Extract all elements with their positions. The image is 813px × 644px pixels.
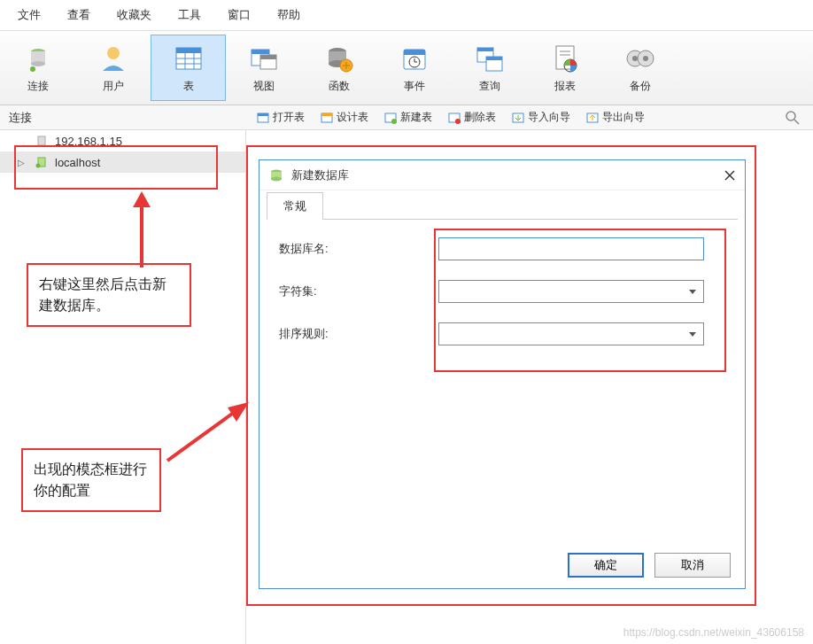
- svg-point-43: [455, 119, 461, 124]
- tab-general[interactable]: 常规: [267, 192, 323, 220]
- collation-select[interactable]: [438, 322, 704, 345]
- export-wizard-action[interactable]: 导出向导: [586, 110, 645, 125]
- svg-rect-27: [486, 57, 502, 60]
- tree-item-server[interactable]: 192.168.1.15: [0, 130, 245, 151]
- menu-favorites[interactable]: 收藏夹: [117, 7, 151, 23]
- dialog-body: 数据库名: 字符集: 排序规则:: [259, 220, 745, 383]
- charset-label: 字符集:: [279, 283, 438, 299]
- table-button[interactable]: 表: [151, 35, 226, 101]
- close-icon[interactable]: [724, 169, 736, 182]
- dialog-titlebar: 新建数据库: [259, 160, 745, 190]
- svg-point-33: [632, 56, 638, 61]
- open-table-icon: [257, 112, 269, 124]
- query-label: 查询: [479, 79, 500, 94]
- connection-tree: 192.168.1.15 ▷ localhost: [0, 130, 246, 644]
- menu-view[interactable]: 查看: [67, 7, 90, 23]
- svg-rect-6: [176, 48, 201, 53]
- svg-point-4: [107, 47, 120, 59]
- user-button[interactable]: 用户: [75, 35, 151, 101]
- view-button[interactable]: 视图: [226, 35, 301, 101]
- svg-point-50: [36, 164, 41, 168]
- report-button[interactable]: 报表: [527, 35, 602, 101]
- user-icon: [97, 43, 129, 74]
- connect-label: 连接: [27, 79, 49, 94]
- ok-button[interactable]: 确定: [568, 553, 644, 578]
- tree-item-localhost[interactable]: ▷ localhost: [0, 151, 245, 173]
- menu-file[interactable]: 文件: [18, 7, 41, 23]
- svg-point-46: [786, 112, 795, 120]
- dialog-title: 新建数据库: [291, 167, 724, 183]
- dialog-tabs: 常规: [259, 190, 745, 219]
- menu-tools[interactable]: 工具: [178, 7, 201, 23]
- main-toolbar: 连接 用户 表 视图 函数 事件 查询 报表 备份: [0, 31, 813, 105]
- query-button[interactable]: 查询: [452, 35, 527, 101]
- menu-help[interactable]: 帮助: [277, 7, 300, 23]
- svg-rect-37: [258, 113, 268, 116]
- server-icon: [35, 135, 48, 147]
- dbname-input[interactable]: [438, 237, 704, 260]
- svg-rect-48: [38, 136, 45, 145]
- event-button[interactable]: 事件: [376, 35, 452, 101]
- open-table-action[interactable]: 打开表: [257, 110, 305, 125]
- database-icon: [268, 167, 284, 183]
- function-button[interactable]: 函数: [301, 35, 376, 101]
- table-icon: [173, 43, 205, 74]
- connect-icon: [22, 43, 54, 74]
- sub-toolbar: 连接 打开表 设计表 新建表 删除表 导入向导 导出向导: [0, 105, 813, 130]
- cancel-button[interactable]: 取消: [654, 553, 731, 578]
- connect-button[interactable]: 连接: [0, 35, 75, 101]
- svg-rect-12: [252, 50, 269, 54]
- export-icon: [586, 112, 599, 124]
- svg-rect-25: [477, 48, 493, 51]
- annotation-1: 右键这里然后点击新建数据库。: [27, 263, 191, 327]
- svg-line-47: [794, 120, 799, 124]
- svg-point-2: [31, 61, 45, 66]
- report-icon: [549, 43, 581, 74]
- event-label: 事件: [404, 79, 425, 94]
- svg-point-35: [643, 56, 648, 61]
- function-label: 函数: [329, 79, 350, 94]
- new-table-icon: [384, 112, 397, 124]
- dbname-label: 数据库名:: [279, 241, 438, 257]
- delete-table-action[interactable]: 删除表: [448, 110, 496, 125]
- charset-select[interactable]: [438, 280, 704, 303]
- backup-label: 备份: [630, 79, 651, 94]
- annotation-2: 出现的模态框进行你的配置: [21, 448, 161, 512]
- backup-icon: [624, 43, 656, 74]
- search-icon[interactable]: [785, 110, 801, 126]
- new-database-dialog: 新建数据库 常规 数据库名: 字符集: 排序规则: 确定 取消: [259, 159, 746, 589]
- user-label: 用户: [103, 79, 124, 94]
- delete-table-icon: [448, 112, 461, 124]
- svg-point-41: [391, 119, 397, 124]
- expand-icon[interactable]: ▷: [18, 158, 25, 167]
- new-table-action[interactable]: 新建表: [384, 110, 432, 125]
- design-table-action[interactable]: 设计表: [321, 110, 368, 125]
- svg-rect-20: [404, 50, 425, 55]
- svg-point-53: [271, 176, 282, 181]
- svg-point-3: [30, 66, 35, 72]
- menu-bar: 文件 查看 收藏夹 工具 窗口 帮助: [0, 0, 813, 31]
- localhost-icon: [35, 156, 48, 168]
- view-label: 视图: [253, 79, 275, 94]
- report-label: 报表: [554, 79, 576, 94]
- table-label: 表: [183, 79, 194, 94]
- backup-button[interactable]: 备份: [602, 35, 678, 101]
- view-icon: [248, 43, 280, 74]
- svg-rect-14: [260, 55, 276, 59]
- connection-label: 连接: [9, 110, 32, 126]
- svg-rect-39: [321, 113, 332, 116]
- query-icon: [474, 43, 506, 74]
- import-wizard-action[interactable]: 导入向导: [512, 110, 570, 125]
- import-icon: [512, 112, 524, 124]
- watermark: https://blog.csdn.net/weixin_43606158: [623, 626, 804, 639]
- function-icon: [323, 43, 355, 74]
- design-table-icon: [321, 112, 333, 124]
- collation-label: 排序规则:: [279, 326, 438, 342]
- menu-window[interactable]: 窗口: [228, 7, 251, 23]
- event-icon: [399, 43, 430, 74]
